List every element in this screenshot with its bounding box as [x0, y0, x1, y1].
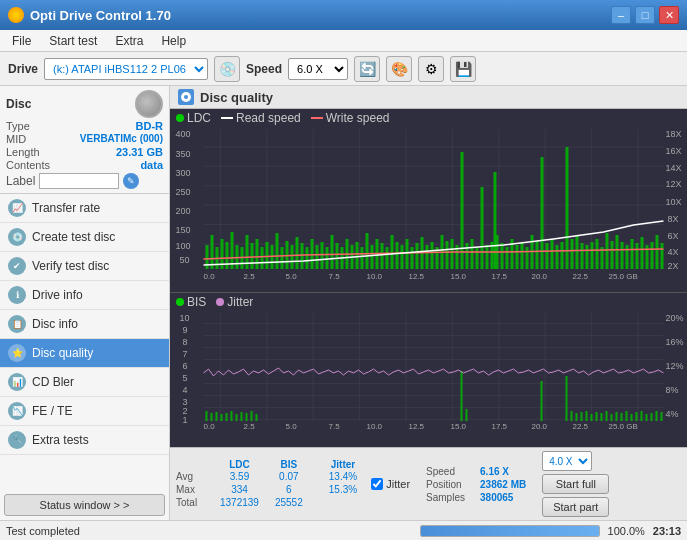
minimize-button[interactable]: – — [611, 6, 631, 24]
verify-test-disc-icon: ✔ — [8, 257, 26, 275]
svg-rect-184 — [661, 412, 663, 421]
svg-rect-121 — [651, 242, 654, 269]
svg-rect-183 — [656, 411, 658, 421]
svg-rect-54 — [321, 242, 324, 269]
svg-rect-61 — [356, 242, 359, 269]
top-chart-svg: 400 350 300 250 200 150 100 50 18X 16X 1… — [170, 127, 687, 282]
transfer-rate-icon: 📈 — [8, 199, 26, 217]
disc-contents-row: Contents data — [6, 159, 163, 171]
svg-rect-105 — [571, 239, 574, 269]
svg-rect-85 — [466, 243, 469, 269]
svg-rect-57 — [336, 243, 339, 269]
svg-rect-117 — [631, 239, 634, 269]
window-title: Opti Drive Control 1.70 — [30, 8, 171, 23]
svg-rect-177 — [626, 411, 628, 421]
progress-container — [420, 525, 600, 537]
speed-stat-value: 6.16 X — [480, 466, 509, 477]
svg-rect-174 — [611, 414, 613, 421]
sidebar-item-disc-quality[interactable]: ⭐ Disc quality — [0, 339, 169, 368]
svg-rect-63 — [366, 233, 369, 269]
status-window-button[interactable]: Status window > > — [4, 494, 165, 516]
svg-rect-173 — [606, 411, 608, 421]
svg-rect-123 — [661, 243, 664, 269]
sidebar-item-cd-bler[interactable]: 📊 CD Bler — [0, 368, 169, 397]
sidebar-item-verify-test-disc[interactable]: ✔ Verify test disc — [0, 252, 169, 281]
charts-container: LDC Read speed Write speed — [170, 109, 687, 447]
svg-text:150: 150 — [176, 225, 191, 235]
svg-rect-103 — [561, 242, 564, 269]
disc-quality-header: Disc quality — [170, 86, 687, 109]
svg-text:8%: 8% — [666, 385, 679, 395]
speed-select-control[interactable]: 4.0 X — [542, 451, 592, 471]
samples-stat-label: Samples — [426, 492, 476, 503]
svg-point-1 — [184, 95, 188, 99]
speed-select[interactable]: 6.0 X — [288, 58, 348, 80]
svg-rect-153 — [216, 412, 218, 421]
ldc-dot — [176, 114, 184, 122]
maximize-button[interactable]: □ — [635, 6, 655, 24]
svg-rect-87 — [476, 247, 479, 269]
svg-rect-48 — [291, 245, 294, 269]
menu-start-test[interactable]: Start test — [41, 32, 105, 50]
start-part-button[interactable]: Start part — [542, 497, 609, 517]
svg-rect-109 — [591, 242, 594, 269]
drive-icon-btn[interactable]: 💿 — [214, 56, 240, 82]
sidebar-item-disc-info[interactable]: 📋 Disc info — [0, 310, 169, 339]
sidebar-item-drive-info[interactable]: ℹ Drive info — [0, 281, 169, 310]
settings-icon-btn[interactable]: ⚙ — [418, 56, 444, 82]
svg-text:4: 4 — [183, 385, 188, 395]
svg-text:7.5: 7.5 — [329, 272, 341, 281]
sidebar-item-transfer-rate[interactable]: 📈 Transfer rate — [0, 194, 169, 223]
bottom-chart-svg: 10 9 8 7 6 5 4 3 2 1 20% 16% 12% 8% 4% — [170, 311, 687, 431]
jitter-checkbox[interactable] — [371, 478, 383, 490]
sidebar-item-fe-te[interactable]: 📉 FE / TE — [0, 397, 169, 426]
sidebar-item-create-test-disc[interactable]: 💿 Create test disc — [0, 223, 169, 252]
svg-text:400: 400 — [176, 129, 191, 139]
extra-tests-label: Extra tests — [32, 433, 89, 447]
svg-text:12X: 12X — [666, 179, 682, 189]
start-full-button[interactable]: Start full — [542, 474, 609, 494]
svg-rect-152 — [211, 413, 213, 421]
position-stat-value: 23862 MB — [480, 479, 526, 490]
close-button[interactable]: ✕ — [659, 6, 679, 24]
status-time: 23:13 — [653, 525, 681, 537]
refresh-icon-btn[interactable]: 🔄 — [354, 56, 380, 82]
disc-panel-title: Disc — [6, 97, 31, 111]
top-chart-wrapper: LDC Read speed Write speed — [170, 109, 687, 292]
avg-bis-value: 0.07 — [267, 470, 311, 483]
svg-rect-180 — [641, 411, 643, 421]
drive-info-label: Drive info — [32, 288, 83, 302]
menu-extra[interactable]: Extra — [107, 32, 151, 50]
svg-rect-169 — [586, 411, 588, 421]
menu-file[interactable]: File — [4, 32, 39, 50]
disc-quality-label: Disc quality — [32, 346, 93, 360]
menu-help[interactable]: Help — [153, 32, 194, 50]
write-speed-label: Write speed — [326, 111, 390, 125]
menu-bar: File Start test Extra Help — [0, 30, 687, 52]
stats-table: LDC BIS Jitter Avg 3.59 0.07 13.4% — [176, 459, 359, 509]
jitter-checkbox-group: Jitter — [371, 478, 410, 490]
label-icon[interactable]: ✎ — [123, 173, 139, 189]
svg-rect-162 — [461, 371, 463, 421]
status-bar: Test completed 100.0% 23:13 — [0, 520, 687, 540]
svg-rect-51 — [306, 247, 309, 269]
disc-info-label: Disc info — [32, 317, 78, 331]
avg-row-label: Avg — [176, 470, 212, 483]
svg-rect-159 — [246, 413, 248, 421]
drive-select[interactable]: (k:) ATAPI iHBS112 2 PL06 — [44, 58, 208, 80]
legend-read-speed: Read speed — [221, 111, 301, 125]
svg-rect-91 — [501, 243, 504, 269]
svg-text:7: 7 — [183, 349, 188, 359]
sidebar-item-extra-tests[interactable]: 🔧 Extra tests — [0, 426, 169, 455]
svg-rect-108 — [586, 245, 589, 269]
svg-text:6: 6 — [183, 361, 188, 371]
length-value: 23.31 GB — [116, 146, 163, 158]
verify-test-disc-label: Verify test disc — [32, 259, 109, 273]
bis-label: BIS — [187, 295, 206, 309]
ldc-col-header: LDC — [212, 459, 267, 470]
color-icon-btn[interactable]: 🎨 — [386, 56, 412, 82]
save-icon-btn[interactable]: 💾 — [450, 56, 476, 82]
label-input[interactable] — [39, 173, 119, 189]
svg-text:0.0: 0.0 — [204, 272, 216, 281]
bis-col-header: BIS — [267, 459, 311, 470]
